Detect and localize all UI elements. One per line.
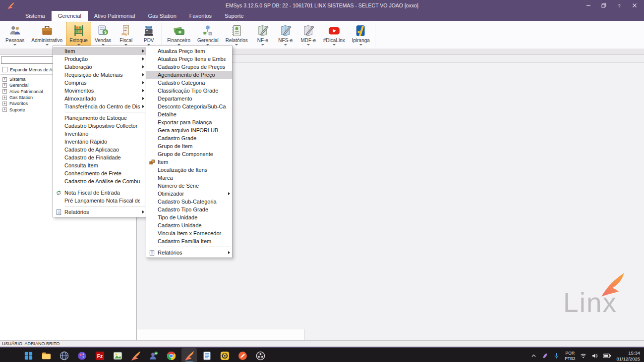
taskbar-pen-app-icon[interactable] [235,348,250,362]
menu-item-cadastro-categoria[interactable]: Cadastro Categoria [146,79,232,87]
menu-item-movimentos[interactable]: Movimentos [53,87,146,95]
ribbon-button-ipiranga[interactable]: Ipiranga [349,22,373,47]
menu-item-almoxarifado[interactable]: Almoxarifado [53,95,146,103]
microphone-icon[interactable] [553,353,560,359]
tree-expand-icon[interactable]: + [2,102,7,106]
dropdown-caret-icon[interactable] [13,44,16,46]
dropdown-caret-icon[interactable] [261,44,264,46]
menu-item-departamento[interactable]: Departamento [146,95,232,103]
language-indicator[interactable]: PORPTB2 [565,351,575,361]
help-icon[interactable]: ? [616,3,622,8]
tab-ativo-patrimonial[interactable]: Ativo Patrimonial [88,11,142,21]
menu-item-nota-fiscal-de-entrada[interactable]: Nota Fiscal de Entrada [53,189,146,197]
taskbar-linx-emsys-icon-active[interactable] [181,348,197,362]
tree-expand-icon[interactable]: + [2,96,7,100]
dropdown-caret-icon[interactable] [284,44,287,46]
menu-item-vincula-item-x-fornecedor[interactable]: Vincula Item x Fornecedor [146,229,232,237]
menu-item-cadastro-sub-categoria[interactable]: Cadastro Sub-Categoria [146,198,232,206]
taskbar-yellow-db-icon[interactable] [217,348,233,362]
tree-expand-icon[interactable]: + [2,89,7,94]
taskbar-filezilla-icon[interactable]: Fz [92,348,108,362]
menu-item-cadastro-de-finalidade[interactable]: Cadastro de Finalidade [53,154,146,161]
taskbar-linx-emsys-icon[interactable] [128,348,143,362]
menu-item-cadastro-de-analise-de-combustiveis[interactable]: Cadastro de Análise de Combustíveis [53,177,146,185]
battery-icon[interactable] [603,353,611,359]
menu-item-conhecimento-de-frete[interactable]: Conhecimento de Frete [53,169,146,177]
ribbon-button-gerencial[interactable]: Gerencial [194,22,222,47]
tree-expand-icon[interactable]: + [2,77,7,82]
menu-item-atualiza-preco-item[interactable]: Atualiza Preço Item [146,47,232,55]
taskbar-user-badge-icon[interactable] [146,348,161,362]
tree-expand-icon[interactable]: + [2,83,7,88]
menu-item-grupo-de-componente[interactable]: Grupo de Componente [146,150,232,158]
dropdown-caret-icon[interactable] [359,44,362,46]
tree-expand-icon[interactable]: + [2,107,7,112]
menu-item-item[interactable]: Item [53,47,146,55]
tab-favoritos[interactable]: Favoritos [183,11,218,21]
menu-item-exportar-para-balanca[interactable]: Exportar para Balança [146,118,232,126]
menu-item-agendamento-de-preco[interactable]: Agendamento de Preço [146,71,232,79]
menu-item-consulta-item[interactable]: Consulta Item [53,161,146,169]
close-icon[interactable] [632,3,637,8]
menu-item-desconto-categoria-sub-categoria[interactable]: Desconto Categoria/Sub-Categoria [146,103,232,110]
menu-item-cadastro-grade[interactable]: Cadastro Grade [146,134,232,142]
wifi-icon[interactable] [580,353,586,359]
menu-item-cadastro-familia-item[interactable]: Cadastro Família Item [146,237,232,245]
expand-menus-checkbox[interactable] [2,67,7,72]
menu-item-marca[interactable]: Marca [146,174,232,182]
menu-item-classificacao-tipo-grade[interactable]: Classificação Tipo Grade [146,87,232,95]
tab-suporte[interactable]: Suporte [218,11,250,21]
ribbon-button-financeiro[interactable]: Financeiro [164,22,194,47]
menu-item-cadastro-grupos-de-precos[interactable]: Cadastro Grupos de Preços [146,63,232,71]
menu-item-detalhe[interactable]: Detalhe [146,110,232,118]
menu-item-pre-lancamento-nota-fiscal-de-entrada[interactable]: Pré Lançamento Nota Fiscal de Entrada [53,197,146,205]
dropdown-caret-icon[interactable] [235,44,238,46]
ribbon-button-administrativo[interactable]: Administrativo [28,22,66,47]
taskbar-obs-icon[interactable] [253,348,268,362]
menu-item-grupo-de-item[interactable]: Grupo de Item [146,142,232,150]
ribbon-button-relatorios[interactable]: Relatórios [222,22,251,47]
menu-item-numero-de-serie[interactable]: Número de Série [146,182,232,190]
ribbon-button-estoque[interactable]: Estoque [66,22,91,47]
ribbon-button-fiscal[interactable]: Fiscal [115,22,137,47]
menu-item-elaboracao[interactable]: Elaboração [53,63,146,71]
menu-item-inventario[interactable]: Inventário [53,130,146,138]
minimize-icon[interactable] [585,3,591,8]
ribbon-button-dicalinx[interactable]: #DicaLinx [320,22,349,47]
taskbar-file-explorer-icon[interactable] [39,348,54,362]
menu-item-compras[interactable]: Compras [53,79,146,87]
taskbar-notes-icon[interactable] [199,348,215,362]
menu-item-cadastro-unidade[interactable]: Cadastro Unidade [146,221,232,229]
feather-app-icon[interactable] [542,353,548,359]
tab-gerencial[interactable]: Gerencial [52,11,88,21]
restore-icon[interactable] [601,3,606,8]
menu-item-localizacao-de-itens[interactable]: Localização de Itens [146,166,232,174]
ribbon-button-nf-e[interactable]: NF-e [251,22,274,47]
menu-item-producao[interactable]: Produção [53,55,146,63]
ribbon-button-nfs-e[interactable]: NFS-e [274,22,297,47]
ribbon-button-vendas[interactable]: $Vendas [91,22,115,47]
menu-item-inventario-rapido[interactable]: Inventário Rápido [53,138,146,146]
menu-item-cadastro-tipo-grade[interactable]: Cadastro Tipo Grade [146,206,232,213]
taskbar-windows-start-icon[interactable] [21,348,36,362]
menu-item-relatorios[interactable]: Relatórios [146,249,232,257]
menu-item-gera-arquivo-inforlub[interactable]: Gera arquivo INFORLUB [146,126,232,134]
taskbar-photos-icon[interactable] [110,348,125,362]
taskbar-chrome-icon[interactable] [164,348,179,362]
menu-item-transferencia-do-centro-de-distribuicao[interactable]: Transferência do Centro de Distribuição [53,103,146,110]
dropdown-caret-icon[interactable] [46,44,49,46]
menu-item-item[interactable]: Item [146,158,232,166]
taskbar-browser-globe-icon[interactable] [57,348,72,362]
menu-item-atualiza-preco-itens-e-embalagens[interactable]: Atualiza Preço Itens e Embalagens [146,55,232,63]
tab-sistema[interactable]: Sistema [19,11,52,21]
ribbon-button-pdv[interactable]: PDV [137,22,160,47]
menu-item-relatorios[interactable]: Relatórios [53,208,146,216]
menu-item-tipo-de-unidade[interactable]: Tipo de Unidade [146,213,232,221]
dropdown-caret-icon[interactable] [333,44,336,46]
ribbon-button-mdf-e[interactable]: MDF-e [297,22,320,47]
menu-item-otimizador[interactable]: Otimizador [146,190,232,198]
dropdown-caret-icon[interactable] [307,44,310,46]
taskbar-paint-planet-icon[interactable] [74,348,90,362]
menu-item-requisicao-de-materiais[interactable]: Requisição de Materiais [53,71,146,79]
menu-item-cadastro-dispositivo-collector[interactable]: Cadastro Dispositivo Collector [53,122,146,130]
